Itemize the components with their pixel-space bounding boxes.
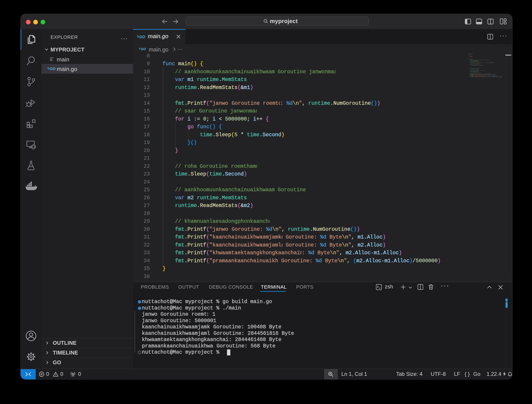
svg-text:GO: GO xyxy=(141,47,146,51)
svg-text:GO: GO xyxy=(139,35,145,39)
svg-text:GO: GO xyxy=(50,67,55,71)
